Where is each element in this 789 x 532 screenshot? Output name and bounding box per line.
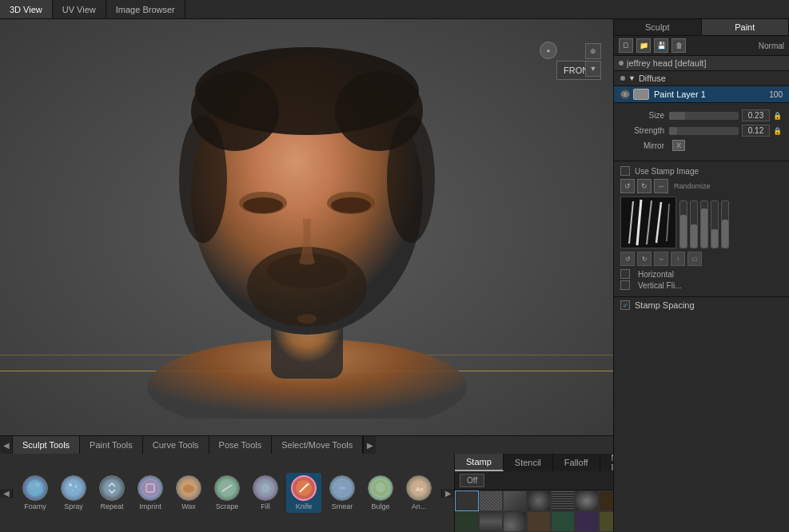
v-slider-1[interactable]	[679, 200, 687, 248]
tab-falloff[interactable]: Falloff	[553, 454, 600, 471]
tool-repeat[interactable]: Repeat	[94, 473, 130, 513]
size-lock-icon[interactable]: 🔒	[771, 110, 783, 121]
stamp-cell-3[interactable]	[527, 490, 551, 511]
layer-visibility-eye[interactable]	[620, 89, 630, 99]
stamp-cell-22[interactable]	[599, 511, 613, 532]
tab-pose-tools[interactable]: Pose Tools	[209, 436, 273, 454]
stamp-cell-1[interactable]	[479, 490, 503, 511]
stamp-cell-4[interactable]	[551, 490, 575, 511]
tab-material-presets[interactable]: Material Presets	[600, 454, 613, 471]
diffuse-row[interactable]: ▼ Diffuse	[614, 71, 789, 86]
tool-tabs-scroll-right[interactable]: ▶	[363, 436, 376, 454]
save-icon[interactable]: 💾	[654, 38, 668, 53]
tab-stencil[interactable]: Stencil	[504, 454, 553, 471]
tab-image-browser[interactable]: Image Browser	[106, 0, 185, 18]
stamp-panel: Stamp Stencil Falloff Material Presets L…	[455, 454, 613, 532]
stamp-spacing-checkbox[interactable]: ✓	[620, 300, 630, 310]
tools-scroll-left[interactable]: ◀	[0, 489, 13, 498]
size-slider[interactable]	[669, 112, 739, 120]
size-input[interactable]	[742, 109, 770, 121]
tool-tabs-scroll-left[interactable]: ◀	[0, 436, 13, 454]
strength-slider[interactable]	[669, 127, 739, 135]
repeat-svg	[101, 477, 123, 499]
foamy-label: Foamy	[24, 502, 46, 510]
v-slider-5[interactable]	[721, 200, 729, 248]
tab-curve-tools[interactable]: Curve Tools	[143, 436, 209, 454]
sculpt-button[interactable]: Sculpt	[614, 19, 702, 35]
tab-selectmove-tools[interactable]: Select/Move Tools	[272, 436, 363, 454]
stamp-action-redo[interactable]: ↻	[637, 252, 652, 266]
tool-smear[interactable]: Smear	[325, 473, 360, 513]
new-icon[interactable]: 🗋	[619, 38, 633, 53]
view-btn-1[interactable]: ⊕	[585, 43, 601, 59]
vertical-flip-label: Vertical Fli...	[638, 281, 681, 290]
layer-name-row: jeffrey head [default]	[614, 56, 789, 71]
tool-spray[interactable]: Spray	[56, 473, 91, 513]
stamp-cell-5[interactable]	[575, 490, 599, 511]
paint-layer-label: Paint Layer 1	[654, 89, 706, 99]
stamp-action-undo[interactable]: ↺	[620, 252, 635, 266]
tab-paint-tools[interactable]: Paint Tools	[80, 436, 143, 454]
tool-foamy[interactable]: Foamy	[18, 473, 53, 513]
stamp-cell-19[interactable]	[527, 511, 551, 532]
horizontal-checkbox[interactable]	[620, 269, 630, 279]
stamp-cell-21[interactable]	[575, 511, 599, 532]
svg-point-12	[243, 197, 283, 213]
stamp-action-save[interactable]: □	[687, 252, 702, 266]
stamp-cell-18[interactable]	[503, 511, 527, 532]
tools-scroll-right[interactable]: ▶	[441, 489, 454, 498]
stamp-controls-row: ↺ ↻ ↔ Randomize	[620, 179, 783, 193]
stamp-cell-6[interactable]	[599, 490, 613, 511]
v-slider-3[interactable]	[700, 200, 708, 248]
stamp-cell-0[interactable]	[455, 490, 479, 511]
view-btn-2[interactable]: ▼	[585, 61, 601, 77]
tool-an[interactable]: An An...	[401, 473, 436, 513]
tab-3d-view[interactable]: 3D View	[0, 0, 53, 18]
stamp-undo-btn[interactable]: ↺	[620, 179, 635, 193]
tool-bulge[interactable]: Bulge	[363, 473, 398, 513]
normal-label: Normal	[759, 42, 784, 50]
stamp-off-button[interactable]: Off	[460, 474, 484, 487]
tool-imprint[interactable]: Imprint	[133, 473, 168, 513]
paint-button[interactable]: Paint	[702, 19, 790, 35]
wax-label: Wax	[181, 502, 196, 510]
mirror-x-button[interactable]: X	[672, 140, 685, 151]
tool-wax[interactable]: Wax	[171, 473, 206, 513]
stamp-move-btn[interactable]: ↔	[654, 179, 668, 193]
svg-point-21	[72, 490, 74, 491]
v-slider-4[interactable]	[711, 200, 719, 248]
stamp-cell-17[interactable]	[479, 511, 503, 532]
stamp-cell-20[interactable]	[551, 511, 575, 532]
repeat-label: Repeat	[100, 502, 123, 510]
randomize-label: Randomize	[674, 182, 711, 190]
delete-icon[interactable]: 🗑	[671, 38, 686, 53]
size-label: Size	[620, 111, 664, 120]
strength-lock-icon[interactable]: 🔒	[771, 125, 783, 137]
use-stamp-checkbox[interactable]	[620, 166, 630, 176]
bottom-area: ◀ Sculpt Tools Paint Tools Curve Tools P…	[0, 435, 613, 532]
open-icon[interactable]: 📁	[636, 38, 651, 53]
navigation-gizmo[interactable]: ●	[540, 42, 557, 59]
strength-input[interactable]	[742, 125, 770, 137]
vertical-flip-checkbox[interactable]	[620, 280, 630, 290]
stamp-action-flip-h[interactable]: ↔	[654, 252, 668, 266]
stamp-cell-16[interactable]	[455, 511, 479, 532]
vertical-flip-option: Vertical Fli...	[620, 280, 783, 290]
spray-label: Spray	[64, 502, 83, 510]
tab-uv-view[interactable]: UV View	[53, 0, 106, 18]
stamp-row-1	[455, 490, 613, 511]
v-slider-2[interactable]	[690, 200, 698, 248]
stamp-action-upload[interactable]: ↑	[671, 252, 685, 266]
tool-knife[interactable]: Knife	[286, 473, 321, 513]
tool-fill[interactable]: Fill	[248, 473, 283, 513]
tab-stamp[interactable]: Stamp	[455, 454, 504, 471]
stamp-redo-btn[interactable]: ↻	[637, 179, 652, 193]
3d-viewport[interactable]: ● FRONT ⊕ ▼	[0, 19, 613, 435]
stamp-spacing-row: ✓ Stamp Spacing	[614, 297, 789, 313]
paint-layer-row[interactable]: Paint Layer 1 100	[614, 86, 789, 103]
tab-sculpt-tools[interactable]: Sculpt Tools	[13, 436, 80, 454]
stamp-cell-2[interactable]	[503, 490, 527, 511]
v-slider-4-fill	[711, 229, 718, 248]
tool-scrape[interactable]: Scrape	[209, 473, 245, 513]
size-slider-fill	[669, 112, 685, 120]
